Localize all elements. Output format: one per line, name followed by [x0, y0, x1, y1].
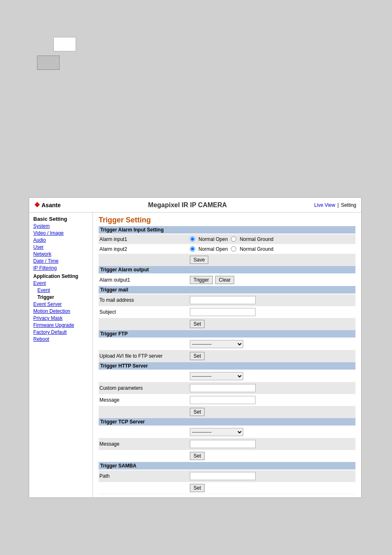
alarm-input-save-button[interactable]: Save	[190, 256, 208, 264]
tcp-server-select[interactable]: ------------	[190, 428, 243, 436]
header-links: Live View | Setting	[314, 202, 356, 208]
section-trigger-mail: Trigger mail	[99, 286, 355, 294]
samba-set-button[interactable]: Set	[190, 484, 205, 492]
content-area: Trigger Setting Trigger Alarm Input Sett…	[93, 213, 361, 497]
upload-avi-label: Upload AVI file to FTP server	[99, 353, 190, 359]
tcp-set-button[interactable]: Set	[190, 452, 205, 460]
alarm1-normal-open-radio[interactable]	[190, 236, 195, 242]
link-separator: |	[337, 202, 339, 208]
sidebar-item-firmware-upgrade[interactable]: Firmware Upgrade	[33, 322, 88, 328]
section-trigger-tcp-label: Trigger TCP Server	[100, 419, 145, 425]
section-trigger-ftp: Trigger FTP	[99, 330, 355, 338]
subject-label: Subject	[99, 309, 190, 315]
field-alarm-input1: Alarm input1 Normal Open Normal Ground	[99, 234, 355, 244]
alarm-input1-control: Normal Open Normal Ground	[190, 236, 355, 242]
to-mail-control	[190, 296, 355, 304]
sidebar-item-ip-filtering[interactable]: IP Filtering	[33, 265, 88, 271]
main-panel: ❖ Asante Megapixel IR IP CAMERA Live Vie…	[29, 197, 362, 498]
clear-button[interactable]: Clear	[215, 276, 235, 284]
tcp-message-label: Message	[99, 441, 190, 447]
samba-path-input[interactable]	[190, 472, 256, 480]
sidebar-item-factory-default[interactable]: Factory Default	[33, 329, 88, 335]
brand-icon: ❖	[34, 201, 40, 209]
field-http-message: Message	[99, 394, 355, 406]
alarm1-normal-ground-radio[interactable]	[231, 236, 236, 242]
top-box-2	[37, 56, 60, 70]
custom-params-input[interactable]	[190, 384, 256, 392]
field-alarm-output1: Alarm output1 Trigger Clear	[99, 274, 355, 286]
brand-name: Asante	[42, 202, 61, 208]
section-trigger-mail-label: Trigger mail	[100, 287, 128, 293]
alarm-output1-label: Alarm output1	[99, 277, 190, 283]
alarm2-normal-ground-label[interactable]: Normal Ground	[240, 246, 273, 252]
http-server-select[interactable]: ------------	[190, 372, 243, 380]
http-message-input[interactable]	[190, 396, 256, 404]
panel-title: Megapixel IR IP CAMERA	[148, 201, 227, 209]
section-alarm-input-label: Trigger Alarm Input Setting	[100, 227, 164, 233]
sidebar-trigger-label: Trigger	[33, 294, 88, 300]
section-trigger-http-label: Trigger HTTP Server	[100, 363, 148, 369]
field-ftp-select: ------------	[99, 338, 355, 350]
top-box-1	[53, 37, 76, 51]
alarm2-normal-ground-radio[interactable]	[231, 246, 236, 252]
alarm2-normal-open-label[interactable]: Normal Open	[198, 246, 228, 252]
subject-control	[190, 308, 355, 316]
sidebar-item-event[interactable]: Event	[37, 287, 88, 293]
to-mail-input[interactable]	[190, 296, 256, 304]
sidebar: Basic Setting System Video / Image Audio…	[29, 213, 93, 497]
to-mail-label: To mail address	[99, 297, 190, 303]
mail-set-button[interactable]: Set	[190, 320, 205, 328]
field-alarm-input2: Alarm input2 Normal Open Normal Ground	[99, 244, 355, 254]
alarm2-normal-open-radio[interactable]	[190, 246, 195, 252]
ftp-set-button[interactable]: Set	[190, 352, 205, 360]
field-to-mail: To mail address	[99, 294, 355, 306]
panel-body: Basic Setting System Video / Image Audio…	[29, 213, 361, 497]
field-custom-params: Custom parameters	[99, 382, 355, 394]
sidebar-item-event-server[interactable]: Event Server	[33, 301, 88, 307]
section-alarm-output: Trigger Alarm output	[99, 266, 355, 273]
alarm1-normal-ground-label[interactable]: Normal Ground	[240, 236, 273, 242]
sidebar-item-privacy-mask[interactable]: Privacy Mask	[33, 315, 88, 321]
alarm1-normal-open-label[interactable]: Normal Open	[198, 236, 228, 242]
sidebar-item-video-image[interactable]: Video / Image	[33, 230, 88, 236]
subject-input[interactable]	[190, 308, 256, 316]
section-alarm-output-label: Trigger Alarm output	[100, 267, 149, 273]
field-tcp-message: Message	[99, 438, 355, 450]
alarm-input2-control: Normal Open Normal Ground	[190, 246, 355, 252]
sidebar-item-system[interactable]: System	[33, 223, 88, 229]
ftp-server-select[interactable]: ------------	[190, 340, 243, 348]
panel-header: ❖ Asante Megapixel IR IP CAMERA Live Vie…	[29, 198, 361, 213]
sidebar-item-network[interactable]: Network	[33, 251, 88, 257]
section-alarm-input: Trigger Alarm Input Setting	[99, 226, 355, 234]
samba-path-label: Path	[99, 473, 190, 479]
sidebar-item-user[interactable]: User	[33, 244, 88, 250]
alarm-input2-label: Alarm input2	[99, 246, 190, 252]
sidebar-item-date-time[interactable]: Date / Time	[33, 258, 88, 264]
content-title: Trigger Setting	[99, 216, 355, 224]
section-trigger-http: Trigger HTTP Server	[99, 362, 355, 370]
setting-label: Setting	[341, 202, 356, 208]
basic-setting-title: Basic Setting	[33, 216, 88, 222]
tcp-message-input[interactable]	[190, 440, 256, 448]
section-trigger-samba-label: Trigger SAMBA	[100, 463, 136, 469]
sidebar-item-audio[interactable]: Audio	[33, 237, 88, 243]
trigger-button[interactable]: Trigger	[190, 276, 213, 284]
sidebar-item-event-parent[interactable]: Event	[33, 280, 88, 286]
page-wrapper: ❖ Asante Megapixel IR IP CAMERA Live Vie…	[0, 0, 392, 555]
samba-set-row: Set	[99, 482, 355, 494]
http-set-button[interactable]: Set	[190, 408, 205, 416]
sidebar-item-reboot[interactable]: Reboot	[33, 336, 88, 342]
tcp-set-row: Set	[99, 450, 355, 462]
mail-set-row: Set	[99, 318, 355, 330]
alarm-input-save-row: Save	[99, 254, 355, 266]
http-set-row: Set	[99, 406, 355, 418]
alarm-output1-control: Trigger Clear	[190, 276, 355, 284]
sidebar-item-motion-detection[interactable]: Motion Detection	[33, 308, 88, 314]
section-trigger-ftp-label: Trigger FTP	[100, 331, 128, 337]
field-tcp-select: ------------	[99, 426, 355, 438]
live-view-link[interactable]: Live View	[314, 202, 335, 208]
brand-logo: ❖ Asante	[34, 201, 61, 209]
section-trigger-tcp: Trigger TCP Server	[99, 418, 355, 426]
http-message-label: Message	[99, 397, 190, 403]
alarm-input1-label: Alarm input1	[99, 236, 190, 242]
